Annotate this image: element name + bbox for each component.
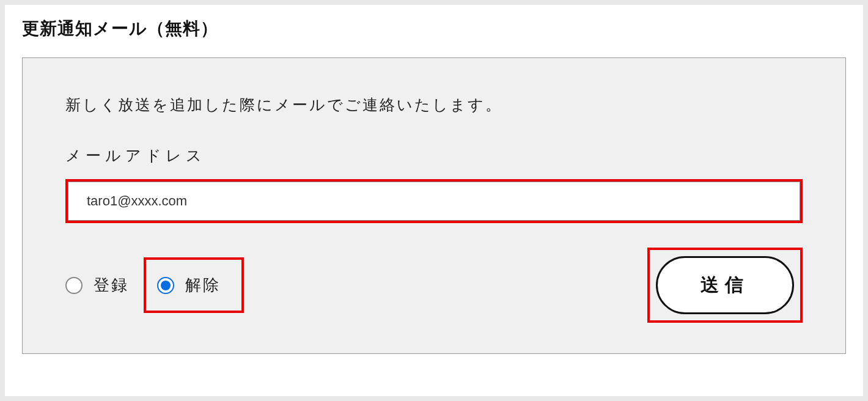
radio-group: 登録 解除 [65, 257, 244, 313]
radio-unregister-label: 解除 [185, 274, 221, 296]
radio-register-label: 登録 [94, 274, 129, 296]
radio-register[interactable]: 登録 [65, 260, 136, 311]
radio-unregister[interactable]: 解除 [144, 257, 244, 313]
email-input[interactable] [68, 182, 800, 221]
bottom-row: 登録 解除 送信 [65, 248, 803, 323]
submit-button[interactable]: 送信 [656, 256, 794, 314]
email-label: メールアドレス [65, 145, 803, 166]
form-panel: 新しく放送を追加した際にメールでご連絡いたします。 メールアドレス 登録 解除 … [22, 57, 846, 354]
radio-circle-icon [65, 277, 83, 294]
main-container: 更新通知メール（無料） 新しく放送を追加した際にメールでご連絡いたします。 メー… [5, 5, 863, 396]
submit-highlight-box: 送信 [647, 248, 803, 323]
email-highlight-box [65, 179, 803, 223]
radio-circle-checked-icon [157, 277, 174, 294]
section-title: 更新通知メール（無料） [22, 17, 846, 40]
form-description: 新しく放送を追加した際にメールでご連絡いたします。 [65, 95, 803, 115]
